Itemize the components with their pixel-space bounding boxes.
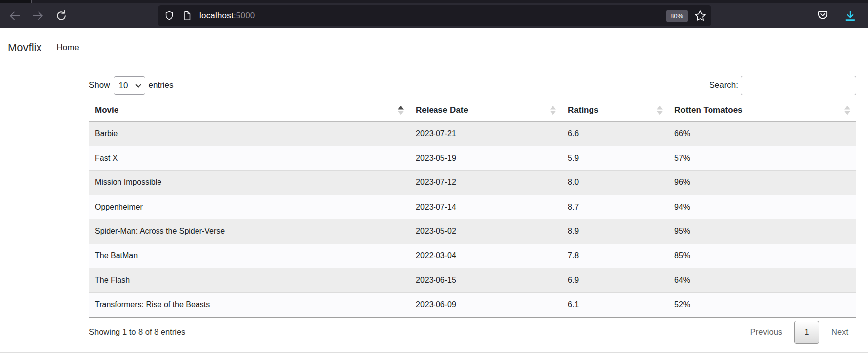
release-date-cell: 2023-07-12 (410, 171, 562, 195)
download-icon (843, 9, 858, 23)
rating-cell: 6.6 (562, 122, 669, 146)
main-content: Show 10 entries Search: Movie Rel (89, 68, 856, 344)
rating-cell: 8.0 (562, 171, 669, 195)
release-date-cell: 2023-06-15 (410, 268, 562, 293)
browser-toolbar: localhost:5000 80% (0, 0, 868, 28)
column-header-ratings[interactable]: Ratings (562, 99, 669, 122)
release-date-cell: 2023-05-02 (410, 219, 562, 244)
page-size-select[interactable]: 10 (114, 76, 145, 95)
previous-button[interactable]: Previous (743, 323, 790, 341)
movie-cell: Fast X (89, 146, 410, 171)
tab-strip (0, 0, 868, 3)
rotten-tomatoes-cell: 57% (669, 146, 856, 171)
tab-divider (31, 0, 32, 3)
rotten-tomatoes-cell: 96% (669, 171, 856, 195)
header-row: Movie Release Date Ratings Rotten Tomato… (89, 99, 856, 122)
rotten-tomatoes-cell: 94% (669, 195, 856, 219)
movie-cell: Spider-Man: Across the Spider-Verse (89, 219, 410, 244)
search-input[interactable] (741, 76, 856, 95)
release-date-cell: 2023-07-21 (410, 122, 562, 146)
rating-cell: 8.7 (562, 195, 669, 219)
table-footer: Showing 1 to 8 of 8 entries Previous 1 N… (89, 320, 856, 344)
page-icon[interactable] (182, 10, 193, 21)
rating-cell: 8.9 (562, 219, 669, 244)
tab-divider (710, 0, 710, 3)
pagination: Previous 1 Next (743, 321, 856, 344)
bookmark-star-icon[interactable] (694, 9, 707, 22)
movies-table: Movie Release Date Ratings Rotten Tomato… (89, 99, 856, 318)
movie-cell: Barbie (89, 122, 410, 146)
site-navbar: Movflix Home (0, 28, 868, 68)
release-date-cell: 2023-06-09 (410, 292, 562, 317)
rating-cell: 7.8 (562, 244, 669, 268)
movie-cell: Oppenheimer (89, 195, 410, 219)
url-bar[interactable]: localhost:5000 80% (158, 5, 711, 26)
back-button[interactable] (8, 9, 21, 22)
rotten-tomatoes-cell: 52% (669, 292, 856, 317)
table-row: Fast X 2023-05-19 5.9 57% (89, 146, 856, 171)
brand-link[interactable]: Movflix (8, 41, 41, 54)
pocket-button[interactable] (816, 9, 829, 22)
entries-info: Showing 1 to 8 of 8 entries (89, 327, 185, 337)
rotten-tomatoes-cell: 85% (669, 244, 856, 268)
movie-cell: The BatMan (89, 244, 410, 268)
column-header-rotten-tomatoes[interactable]: Rotten Tomatoes (669, 99, 856, 122)
table-row: The BatMan 2022-03-04 7.8 85% (89, 244, 856, 268)
url-text: localhost:5000 (199, 11, 255, 21)
rotten-tomatoes-cell: 64% (669, 268, 856, 293)
next-button[interactable]: Next (824, 323, 856, 341)
table-row: Mission Impossible 2023-07-12 8.0 96% (89, 171, 856, 195)
rating-cell: 6.1 (562, 292, 669, 317)
rating-cell: 5.9 (562, 146, 669, 171)
pocket-icon (816, 9, 829, 22)
release-date-cell: 2022-03-04 (410, 244, 562, 268)
entries-label: entries (149, 80, 174, 90)
forward-button[interactable] (32, 9, 44, 22)
release-date-cell: 2023-07-14 (410, 195, 562, 219)
url-port: :5000 (234, 11, 255, 20)
sort-ascending-icon (398, 106, 404, 115)
movie-cell: Mission Impossible (89, 171, 410, 195)
release-date-cell: 2023-05-19 (410, 146, 562, 171)
zoom-level-badge[interactable]: 80% (666, 10, 688, 22)
rotten-tomatoes-cell: 95% (669, 219, 856, 244)
rating-cell: 6.9 (562, 268, 669, 293)
refresh-button[interactable] (55, 9, 68, 22)
sort-both-icon (844, 106, 850, 115)
page-length-control: Show 10 entries (89, 76, 174, 95)
column-header-release-date[interactable]: Release Date (410, 99, 562, 122)
nav-link-home[interactable]: Home (56, 43, 79, 53)
table-row: Spider-Man: Across the Spider-Verse 2023… (89, 219, 856, 244)
column-header-movie[interactable]: Movie (89, 99, 410, 122)
search-control: Search: (709, 76, 856, 95)
table-controls: Show 10 entries Search: (89, 75, 856, 95)
shield-icon[interactable] (164, 10, 175, 21)
show-label: Show (89, 80, 110, 90)
tab-strip-segment (0, 0, 31, 3)
movie-cell: Transformers: Rise of the Beasts (89, 292, 410, 317)
search-label: Search: (709, 80, 738, 90)
forward-icon (32, 9, 44, 22)
table-row: The Flash 2023-06-15 6.9 64% (89, 268, 856, 293)
movie-cell: The Flash (89, 268, 410, 293)
back-icon (8, 9, 21, 22)
sort-both-icon (657, 106, 663, 115)
page-1-button[interactable]: 1 (794, 321, 819, 344)
sort-both-icon (550, 106, 556, 115)
table-row: Transformers: Rise of the Beasts 2023-06… (89, 292, 856, 317)
downloads-button[interactable] (843, 9, 858, 22)
url-host: localhost (199, 11, 234, 20)
rotten-tomatoes-cell: 66% (669, 122, 856, 146)
refresh-icon (55, 9, 68, 22)
page-bottom-divider (0, 352, 868, 353)
table-row: Barbie 2023-07-21 6.6 66% (89, 122, 856, 146)
table-row: Oppenheimer 2023-07-14 8.7 94% (89, 195, 856, 219)
